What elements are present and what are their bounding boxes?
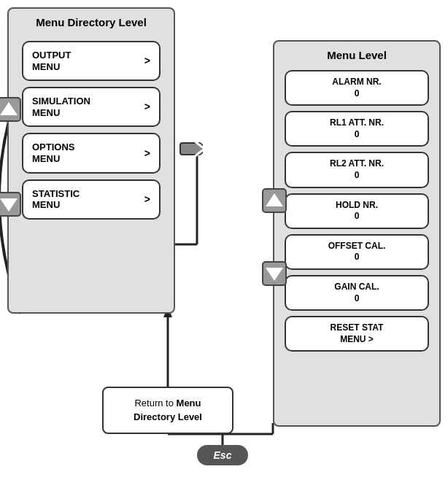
right-panel-title: Menu Level bbox=[274, 42, 439, 67]
list-item[interactable]: GAIN CAL.0 bbox=[285, 275, 429, 311]
reset-stat-menu-item[interactable]: RESET STATMENU > bbox=[285, 316, 429, 352]
output-menu-arrow: > bbox=[144, 55, 150, 67]
list-item[interactable]: OFFSET CAL.0 bbox=[285, 234, 429, 270]
statistic-menu-arrow: > bbox=[144, 193, 150, 206]
list-item[interactable]: RL1 ATT. NR.0 bbox=[285, 111, 429, 147]
list-item[interactable]: OUTPUTMENU > bbox=[22, 41, 161, 81]
nav-arrow-down-right[interactable] bbox=[261, 260, 287, 287]
left-panel-title: Menu Directory Level bbox=[9, 9, 174, 35]
main-container: Menu Directory Level OUTPUTMENU > SIMULA… bbox=[0, 0, 448, 488]
list-item[interactable]: ALARM NR.0 bbox=[285, 70, 429, 106]
right-panel: Menu Level ALARM NR.0 RL1 ATT. NR.0 RL2 … bbox=[273, 40, 441, 427]
simulation-menu-arrow: > bbox=[144, 101, 150, 113]
forward-arrow bbox=[179, 137, 219, 160]
list-item[interactable]: SIMULATIONMENU > bbox=[22, 87, 161, 127]
simulation-menu-label: SIMULATIONMENU bbox=[32, 96, 90, 118]
list-item[interactable]: STATISTICMENU > bbox=[22, 179, 161, 220]
list-item[interactable]: OPTIONSMENU > bbox=[22, 133, 161, 173]
nav-arrow-up-right[interactable] bbox=[261, 187, 287, 214]
list-item[interactable]: HOLD NR.0 bbox=[285, 193, 429, 229]
options-menu-arrow: > bbox=[144, 147, 150, 160]
return-box-text: Return to MenuDirectory Level bbox=[134, 397, 202, 423]
options-menu-label: OPTIONSMENU bbox=[32, 142, 75, 164]
left-panel: Menu Directory Level OUTPUTMENU > SIMULA… bbox=[7, 7, 175, 314]
esc-label: Esc bbox=[214, 449, 232, 461]
statistic-menu-label: STATISTICMENU bbox=[32, 188, 80, 211]
esc-button[interactable]: Esc bbox=[197, 445, 248, 465]
right-menu-items-container: ALARM NR.0 RL1 ATT. NR.0 RL2 ATT. NR.0 H… bbox=[274, 67, 439, 355]
left-menu-items-container: OUTPUTMENU > SIMULATIONMENU > OPTIONSMEN… bbox=[9, 35, 174, 225]
return-to-menu-box[interactable]: Return to MenuDirectory Level bbox=[102, 387, 233, 434]
output-menu-label: OUTPUTMENU bbox=[32, 50, 71, 72]
list-item[interactable]: RL2 ATT. NR.0 bbox=[285, 152, 429, 187]
